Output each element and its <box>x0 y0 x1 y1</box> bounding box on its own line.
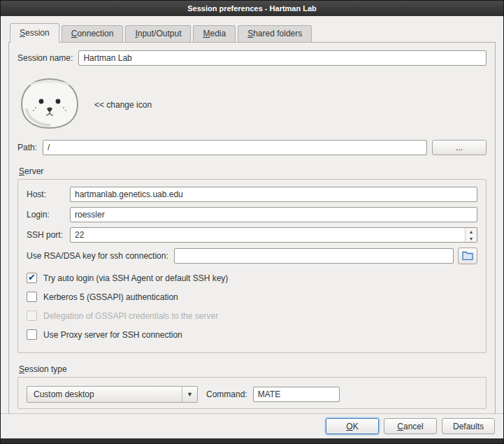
seal-session-icon[interactable] <box>17 76 82 133</box>
tab-bar: Session Connection Input/Output Media Sh… <box>8 23 496 42</box>
defaults-button[interactable]: Defaults <box>442 418 495 434</box>
proxy-label[interactable]: Use Proxy server for SSH connection <box>43 330 182 340</box>
dialog-footer: OK Cancel Defaults <box>1 413 503 438</box>
ssh-port-row: SSH port: ▲ ▼ <box>27 227 477 243</box>
path-row: Path: ... <box>17 140 487 155</box>
host-label: Host: <box>27 189 70 199</box>
session-name-row: Session name: <box>17 50 487 66</box>
tab-shared-folders[interactable]: Shared folders <box>238 25 312 42</box>
cancel-button[interactable]: Cancel <box>384 418 437 434</box>
rsa-key-label: Use RSA/DSA key for ssh connection: <box>27 251 168 261</box>
session-preferences-window: Session preferences - Hartman Lab Sessio… <box>0 0 504 444</box>
server-group: Host: Login: SSH port: ▲ ▼ <box>17 179 487 353</box>
ssh-port-input[interactable] <box>70 227 477 243</box>
spin-up-icon[interactable]: ▲ <box>466 228 477 235</box>
folder-open-icon <box>462 250 473 262</box>
chevron-down-icon: ▼ <box>182 387 197 402</box>
auto-login-label[interactable]: Try auto login (via SSH Agent or default… <box>43 273 228 283</box>
window-title: Session preferences - Hartman Lab <box>187 4 317 13</box>
proxy-checkbox[interactable] <box>27 329 37 340</box>
session-icon-row: << change icon <box>17 76 487 133</box>
proxy-checkbox-row: Use Proxy server for SSH connection <box>27 329 477 340</box>
tab-media[interactable]: Media <box>193 25 236 42</box>
session-type-group-label: Session type <box>19 364 485 374</box>
spin-buttons: ▲ ▼ <box>465 228 477 242</box>
host-input[interactable] <box>70 187 477 202</box>
auto-login-checkbox[interactable] <box>27 273 37 283</box>
command-label: Command: <box>206 389 247 399</box>
login-input[interactable] <box>70 207 477 222</box>
path-browse-button[interactable]: ... <box>432 140 487 155</box>
ok-button[interactable]: OK <box>326 418 379 434</box>
gssapi-delegation-checkbox-row: Delegation of GSSAPI credentials to the … <box>27 310 477 321</box>
window-bottom-edge <box>1 438 503 443</box>
tab-session[interactable]: Session <box>10 23 59 43</box>
change-icon-label[interactable]: << change icon <box>94 100 152 110</box>
kerberos-checkbox-row: Kerberos 5 (GSSAPI) authentication <box>27 292 477 302</box>
ssh-port-spinner: ▲ ▼ <box>70 227 477 243</box>
kerberos-label[interactable]: Kerberos 5 (GSSAPI) authentication <box>43 292 178 302</box>
rsa-key-row: Use RSA/DSA key for ssh connection: <box>27 248 477 264</box>
login-row: Login: <box>27 207 477 222</box>
auto-login-checkbox-row: Try auto login (via SSH Agent or default… <box>27 273 477 283</box>
tab-input-output[interactable]: Input/Output <box>125 25 191 42</box>
session-type-row: Custom desktop ▼ Command: <box>27 385 477 404</box>
gssapi-delegation-label: Delegation of GSSAPI credentials to the … <box>43 311 218 321</box>
host-row: Host: <box>27 187 477 202</box>
titlebar[interactable]: Session preferences - Hartman Lab <box>1 1 503 16</box>
spin-down-icon[interactable]: ▼ <box>466 235 477 242</box>
session-name-input[interactable] <box>78 50 487 66</box>
rsa-key-input[interactable] <box>174 248 454 264</box>
session-type-selected: Custom desktop <box>34 389 94 399</box>
path-label: Path: <box>17 143 37 152</box>
server-group-label: Server <box>19 166 485 176</box>
session-name-label: Session name: <box>17 53 73 63</box>
dialog-content: Session Connection Input/Output Media Sh… <box>1 16 503 413</box>
kerberos-checkbox[interactable] <box>27 292 37 302</box>
path-input[interactable] <box>43 140 427 155</box>
ssh-port-label: SSH port: <box>27 230 70 240</box>
tab-connection[interactable]: Connection <box>62 25 124 42</box>
session-type-dropdown[interactable]: Custom desktop ▼ <box>27 386 198 403</box>
session-type-group: Custom desktop ▼ Command: <box>17 377 487 409</box>
session-tab-page: Session name: <box>8 42 496 413</box>
command-input[interactable] <box>253 387 340 402</box>
login-label: Login: <box>27 210 70 220</box>
key-file-browse-button[interactable] <box>458 248 477 264</box>
gssapi-delegation-checkbox <box>27 310 37 321</box>
